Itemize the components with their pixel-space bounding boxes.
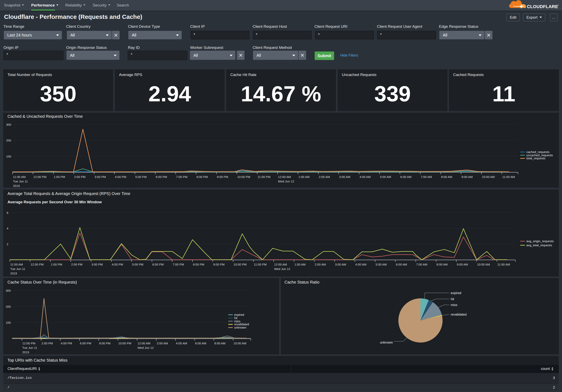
svg-text:10:00 PM: 10:00 PM [118, 342, 131, 345]
svg-text:11:00 PM: 11:00 PM [254, 263, 267, 266]
svg-text:revalidated: revalidated [451, 313, 467, 316]
svg-text:200: 200 [6, 139, 11, 142]
svg-text:11:00 AM: 11:00 AM [13, 175, 25, 179]
svg-text:11:00 AM: 11:00 AM [497, 263, 510, 266]
svg-text:200: 200 [6, 305, 11, 308]
svg-text:hit: hit [451, 297, 454, 301]
svg-text:10:00 PM: 10:00 PM [234, 263, 246, 266]
svg-text:3:00 AM: 3:00 AM [339, 175, 350, 179]
svg-text:10:00 PM: 10:00 PM [237, 175, 250, 179]
svg-text:6: 6 [7, 211, 8, 214]
svg-text:8:00 PM: 8:00 PM [193, 263, 204, 266]
svg-text:1:00 AM: 1:00 AM [294, 263, 305, 266]
svg-text:8:00 PM: 8:00 PM [99, 342, 110, 345]
svg-text:1:00 AM: 1:00 AM [298, 175, 310, 179]
svg-text:expired: expired [234, 313, 244, 316]
svg-text:100: 100 [6, 321, 11, 324]
svg-text:6:00 AM: 6:00 AM [400, 175, 411, 179]
svg-text:Wed Jun 12: Wed Jun 12 [138, 346, 154, 349]
svg-text:10:00 AM: 10:00 AM [234, 342, 246, 345]
svg-text:9:00 PM: 9:00 PM [213, 263, 225, 266]
svg-text:avg_origin_requests: avg_origin_requests [526, 239, 554, 243]
svg-text:2:00 AM: 2:00 AM [157, 342, 168, 345]
svg-text:6:00 AM: 6:00 AM [396, 263, 407, 266]
svg-text:uncached_requests: uncached_requests [526, 153, 553, 157]
svg-text:4:00 AM: 4:00 AM [176, 342, 187, 345]
svg-text:2019: 2019 [13, 184, 20, 187]
svg-text:5:00 PM: 5:00 PM [135, 175, 147, 179]
svg-text:4:00 PM: 4:00 PM [61, 342, 72, 345]
svg-text:12:00 PM: 12:00 PM [31, 263, 44, 266]
svg-text:100: 100 [6, 155, 11, 158]
svg-text:expired: expired [451, 291, 461, 295]
svg-text:3:00 PM: 3:00 PM [92, 263, 103, 266]
svg-text:12:00 PM: 12:00 PM [34, 175, 47, 179]
svg-text:300: 300 [6, 123, 11, 126]
svg-text:9:00 PM: 9:00 PM [217, 175, 228, 179]
svg-text:Tue Jun 11: Tue Jun 11 [22, 346, 37, 349]
svg-text:3:00 AM: 3:00 AM [335, 263, 346, 266]
svg-text:2:00 PM: 2:00 PM [71, 263, 82, 266]
svg-text:1:00 PM: 1:00 PM [54, 175, 65, 179]
svg-text:revalidated: revalidated [234, 323, 249, 326]
svg-text:4:00 AM: 4:00 AM [360, 175, 371, 179]
svg-text:4:00 AM: 4:00 AM [355, 263, 366, 266]
svg-text:8:00 AM: 8:00 AM [436, 263, 448, 266]
svg-text:11:00 PM: 11:00 PM [258, 175, 270, 179]
svg-text:10:00 AM: 10:00 AM [482, 175, 495, 179]
svg-text:6:00 PM: 6:00 PM [152, 263, 164, 266]
svg-text:8:00 AM: 8:00 AM [214, 342, 225, 345]
svg-text:5:00 PM: 5:00 PM [132, 263, 143, 266]
svg-text:4:00 PM: 4:00 PM [115, 175, 126, 179]
svg-text:miss: miss [234, 319, 240, 323]
svg-text:2:00 AM: 2:00 AM [319, 175, 330, 179]
svg-text:7:00 PM: 7:00 PM [176, 175, 187, 179]
svg-text:2019: 2019 [10, 272, 17, 275]
svg-text:2: 2 [7, 242, 8, 246]
svg-text:4:00 PM: 4:00 PM [112, 263, 123, 266]
svg-text:6:00 PM: 6:00 PM [80, 342, 91, 345]
svg-text:5:00 AM: 5:00 AM [375, 263, 387, 266]
svg-text:300: 300 [6, 289, 11, 292]
svg-text:total_requests: total_requests [526, 156, 545, 160]
svg-text:7:00 AM: 7:00 AM [421, 175, 432, 179]
svg-text:2:00 PM: 2:00 PM [74, 175, 86, 179]
svg-text:8:00 PM: 8:00 PM [197, 175, 208, 179]
svg-text:7:00 AM: 7:00 AM [416, 263, 427, 266]
svg-text:7:00 PM: 7:00 PM [173, 263, 184, 266]
svg-text:12:00 PM: 12:00 PM [22, 342, 35, 345]
svg-text:12:00 AM: 12:00 AM [138, 342, 150, 345]
svg-text:11:00 AM: 11:00 AM [502, 175, 515, 179]
svg-text:avg_total_requests: avg_total_requests [526, 243, 552, 247]
svg-text:Wed Jun 12: Wed Jun 12 [278, 180, 294, 183]
svg-text:2:00 AM: 2:00 AM [315, 263, 326, 266]
svg-text:3:00 PM: 3:00 PM [94, 175, 106, 179]
svg-text:6:00 PM: 6:00 PM [156, 175, 167, 179]
svg-text:Wed Jun 12: Wed Jun 12 [274, 267, 290, 271]
svg-text:Tue Jun 11: Tue Jun 11 [13, 180, 28, 183]
svg-text:9:00 AM: 9:00 AM [457, 263, 468, 266]
svg-text:1:00 PM: 1:00 PM [51, 263, 62, 266]
svg-text:2:00 PM: 2:00 PM [42, 342, 53, 345]
svg-text:8:00 AM: 8:00 AM [441, 175, 452, 179]
svg-text:4: 4 [7, 227, 8, 230]
svg-text:9:00 AM: 9:00 AM [461, 175, 473, 179]
svg-text:12:00 AM: 12:00 AM [278, 175, 291, 179]
svg-text:unknown: unknown [380, 341, 393, 344]
svg-text:10:00 AM: 10:00 AM [477, 263, 490, 266]
svg-text:12:00 AM: 12:00 AM [274, 263, 287, 266]
svg-text:miss: miss [451, 303, 457, 307]
svg-text:cached_requests: cached_requests [526, 150, 550, 154]
svg-text:6:00 AM: 6:00 AM [195, 342, 206, 345]
svg-text:unknown: unknown [234, 326, 246, 329]
svg-text:Tue Jun 11: Tue Jun 11 [10, 267, 25, 271]
svg-text:11:00 AM: 11:00 AM [10, 263, 23, 266]
svg-text:5:00 AM: 5:00 AM [380, 175, 391, 179]
svg-text:hit: hit [234, 316, 238, 320]
svg-text:2019: 2019 [22, 350, 29, 354]
